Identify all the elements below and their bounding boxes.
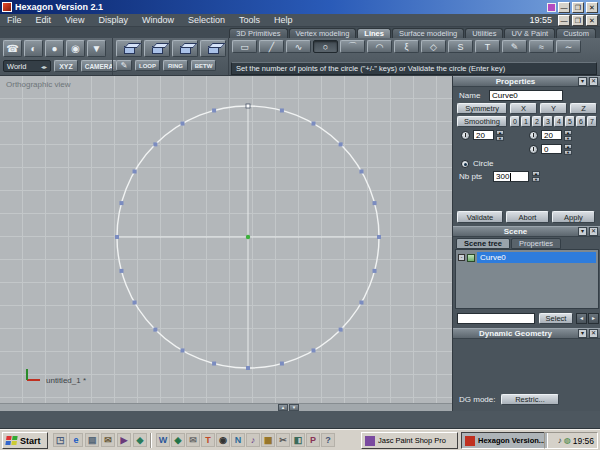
validate-button[interactable]: Validate — [457, 211, 503, 223]
child-close-button[interactable]: ✕ — [586, 15, 598, 26]
viewport-scrollbar[interactable]: ▴ ▾ — [0, 403, 452, 411]
shortcut-icon-3[interactable]: ✉ — [186, 433, 200, 447]
tab-3d-primitives[interactable]: 3D Primitives — [229, 28, 287, 38]
menu-item-edit[interactable]: Edit — [29, 14, 59, 27]
pencil-tool-icon[interactable]: ✎ — [116, 60, 132, 71]
minimize-button[interactable]: — — [558, 2, 570, 13]
smoothing-level-5-button[interactable]: 5 — [565, 116, 575, 127]
angle-input-3[interactable]: 0 — [541, 144, 562, 154]
dg-mode-button[interactable]: Restric... — [501, 394, 559, 405]
tab-vertex-modeling[interactable]: Vertex modeling — [289, 28, 357, 38]
menu-item-tools[interactable]: Tools — [232, 14, 267, 27]
name-input[interactable]: Curve0 — [489, 90, 563, 101]
symmetry-z-button[interactable]: Z — [570, 103, 597, 114]
menu-item-window[interactable]: Window — [135, 14, 181, 27]
scroll-down-button[interactable]: ▾ — [289, 404, 299, 411]
properties-panel-header[interactable]: Properties ▾ ✕ — [453, 76, 600, 87]
wave-tool-button[interactable]: ≈ — [529, 40, 554, 53]
smoothing-level-4-button[interactable]: 4 — [554, 116, 564, 127]
scene-close-icon[interactable]: ✕ — [589, 227, 598, 236]
select-button[interactable]: Select — [539, 313, 573, 324]
zoom-tool-icon[interactable]: ◉ — [66, 40, 85, 57]
freehand-tool-button[interactable]: ∼ — [556, 40, 581, 53]
titlebar[interactable]: Hexagon Version 2.1 — ❐ ✕ — [0, 0, 600, 14]
angle-dial-icon[interactable] — [529, 145, 538, 154]
quicklaunch-icon-6[interactable]: ◆ — [133, 433, 147, 447]
tab-lines[interactable]: Lines — [357, 28, 391, 38]
loop-button[interactable]: LOOP — [135, 60, 160, 71]
viewport[interactable]: Orthographic view untitled_1 * ▴ ▾ — [0, 76, 452, 411]
angle-spinner-2[interactable]: ▲▼ — [564, 130, 572, 141]
text-tool-button[interactable]: T — [475, 40, 500, 53]
tab-scene-tree[interactable]: Scene tree — [456, 238, 510, 249]
menu-item-selection[interactable]: Selection — [181, 14, 232, 27]
scene-collapse-icon[interactable]: ▾ — [578, 227, 587, 236]
quicklaunch-icon-1[interactable]: ◳ — [53, 433, 67, 447]
shortcut-icon-12[interactable]: ? — [321, 433, 335, 447]
tab-surface-modeling[interactable]: Surface modeling — [392, 28, 464, 38]
snap-tool-icon[interactable]: ▼ — [87, 40, 106, 57]
rectangle-tool-button[interactable]: ▭ — [232, 40, 257, 53]
angle-dial-icon[interactable] — [529, 131, 538, 140]
quicklaunch-icon-4[interactable]: ✉ — [101, 433, 115, 447]
shortcut-icon-4[interactable]: T — [201, 433, 215, 447]
smoothing-level-2-button[interactable]: 2 — [532, 116, 542, 127]
half-circle-tool-button[interactable]: ◠ — [367, 40, 392, 53]
menu-item-view[interactable]: View — [58, 14, 91, 27]
angle-spinner-1[interactable]: ▲▼ — [496, 130, 504, 141]
world-dropdown[interactable]: World ◂▸ — [3, 60, 51, 72]
tab-custom[interactable]: Custom — [556, 28, 596, 38]
tab-utilities[interactable]: Utilities — [465, 28, 503, 38]
spiral-tool-button[interactable]: S — [448, 40, 473, 53]
nbpts-spinner[interactable]: ▲▼ — [532, 171, 540, 182]
quicklaunch-icon-3[interactable]: ▤ — [85, 433, 99, 447]
scene-tree[interactable]: - Curve0 — [455, 249, 599, 309]
pen-tool-button[interactable]: ✎ — [502, 40, 527, 53]
scroll-up-button[interactable]: ▴ — [278, 404, 288, 411]
angle-dial-icon[interactable] — [461, 131, 470, 140]
ring-button[interactable]: RING — [163, 60, 188, 71]
angle-input-2[interactable]: 20 — [541, 130, 562, 140]
dynamic-geometry-collapse-icon[interactable]: ▾ — [578, 329, 587, 338]
symmetry-y-button[interactable]: Y — [540, 103, 567, 114]
child-restore-button[interactable]: ❐ — [572, 15, 584, 26]
polygon-tool-button[interactable]: ◇ — [421, 40, 446, 53]
scene-panel-header[interactable]: Scene ▾ ✕ — [453, 226, 600, 237]
xyz-axes-button[interactable]: XYZ — [54, 60, 78, 72]
prev-selection-button[interactable]: ◂ — [576, 313, 587, 324]
shortcut-icon-9[interactable]: ✂ — [276, 433, 290, 447]
quicklaunch-icon-2[interactable]: e — [69, 433, 83, 447]
dynamic-geometry-close-icon[interactable]: ✕ — [589, 329, 598, 338]
polyline-tool-button[interactable]: ╱ — [259, 40, 284, 53]
shortcut-icon-11[interactable]: P — [306, 433, 320, 447]
smoothing-level-0-button[interactable]: 0 — [510, 116, 520, 127]
smoothing-level-6-button[interactable]: 6 — [576, 116, 586, 127]
apply-button[interactable]: Apply — [552, 211, 595, 223]
properties-close-icon[interactable]: ✕ — [589, 77, 598, 86]
smoothing-level-1-button[interactable]: 1 — [521, 116, 531, 127]
select-edges-mode-button[interactable] — [144, 40, 170, 57]
menu-item-help[interactable]: Help — [267, 14, 300, 27]
select-faces-mode-button[interactable] — [172, 40, 198, 57]
symmetry-x-button[interactable]: X — [510, 103, 537, 114]
curve-tool-button[interactable]: ∿ — [286, 40, 311, 53]
angle-input-1[interactable]: 20 — [473, 130, 494, 140]
tab-scene-properties[interactable]: Properties — [511, 238, 561, 249]
circle-tool-button[interactable]: ○ — [313, 40, 338, 53]
select-object-mode-button[interactable] — [200, 40, 226, 57]
next-selection-button[interactable]: ▸ — [588, 313, 599, 324]
properties-collapse-icon[interactable]: ▾ — [578, 77, 587, 86]
smoothing-button[interactable]: Smoothing — [457, 116, 507, 127]
maximize-button[interactable]: ❐ — [572, 2, 584, 13]
orbit-tool-icon[interactable]: ● — [45, 40, 64, 57]
menu-item-display[interactable]: Display — [91, 14, 135, 27]
scene-tree-item[interactable]: - Curve0 — [458, 252, 596, 263]
shortcut-icon-6[interactable]: N — [231, 433, 245, 447]
shortcut-icon-7[interactable]: ♪ — [246, 433, 260, 447]
start-button[interactable]: Start — [2, 432, 48, 449]
select-points-mode-button[interactable] — [116, 40, 142, 57]
task-button-jasc-paint-shop-pro[interactable]: Jasc Paint Shop Pro — [361, 432, 458, 449]
close-button[interactable]: ✕ — [586, 2, 598, 13]
menu-item-file[interactable]: File — [0, 14, 29, 27]
shortcut-icon-10[interactable]: ◧ — [291, 433, 305, 447]
